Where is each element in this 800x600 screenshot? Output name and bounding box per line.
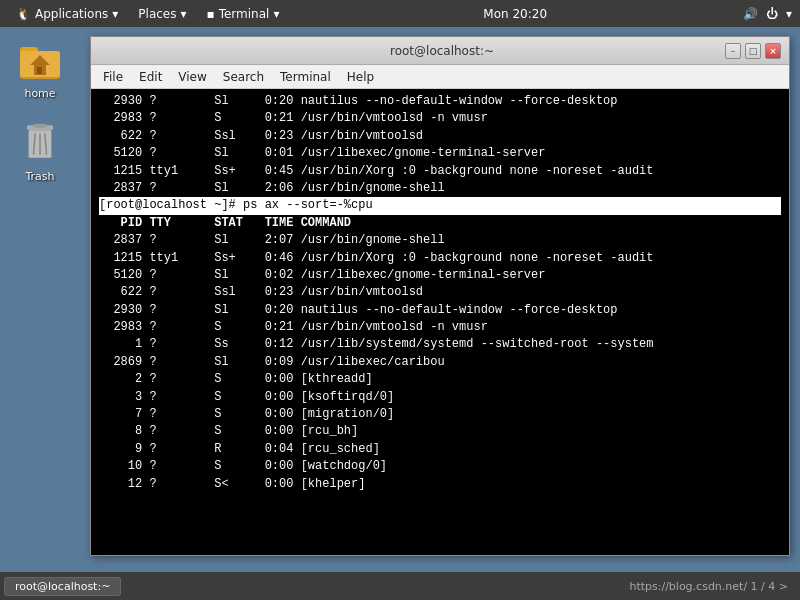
terminal-window: root@localhost:~ – □ × File Edit View Se…: [90, 36, 790, 556]
terminal-line: PID TTY STAT TIME COMMAND: [99, 215, 781, 232]
terminal-line: 622 ? Ssl 0:23 /usr/bin/vmtoolsd: [99, 128, 781, 145]
applications-label: Applications: [35, 7, 108, 21]
terminal-line: 1 ? Ss 0:12 /usr/lib/systemd/systemd --s…: [99, 336, 781, 353]
terminal-line: 9 ? R 0:04 [rcu_sched]: [99, 441, 781, 458]
top-panel: 🐧 Applications ▾ Places ▾ ▪ Terminal ▾ M…: [0, 0, 800, 27]
menu-terminal[interactable]: Terminal: [272, 68, 339, 86]
window-title: root@localhost:~: [159, 44, 725, 58]
window-controls: – □ ×: [725, 43, 781, 59]
distro-icon: 🐧: [16, 7, 31, 21]
close-button[interactable]: ×: [765, 43, 781, 59]
home-label: home: [24, 87, 55, 100]
terminal-icon: ▪: [207, 7, 215, 21]
terminal-line: 2837 ? Sl 2:07 /usr/bin/gnome-shell: [99, 232, 781, 249]
power-icon[interactable]: ⏻: [766, 7, 778, 21]
power-arrow-icon: ▾: [786, 7, 792, 21]
datetime-text: Mon 20:20: [483, 7, 547, 21]
menu-help[interactable]: Help: [339, 68, 382, 86]
taskbar-right-text: https://blog.csdn.net/ 1 / 4 >: [629, 580, 796, 593]
terminal-line: 1215 tty1 Ss+ 0:46 /usr/bin/Xorg :0 -bac…: [99, 250, 781, 267]
volume-icon[interactable]: 🔊: [743, 7, 758, 21]
terminal-line: [root@localhost ~]# ps ax --sort=-%cpu: [99, 197, 781, 214]
menu-view[interactable]: View: [170, 68, 214, 86]
terminal-line: 2930 ? Sl 0:20 nautilus --no-default-win…: [99, 93, 781, 110]
taskbar-terminal-label: root@localhost:~: [15, 580, 110, 593]
trash-icon[interactable]: Trash: [16, 120, 64, 183]
applications-arrow-icon: ▾: [112, 7, 118, 21]
menu-search[interactable]: Search: [215, 68, 272, 86]
taskbar-terminal[interactable]: root@localhost:~: [4, 577, 121, 596]
trash-label: Trash: [25, 170, 54, 183]
home-icon-image: [16, 37, 64, 85]
terminal-menu[interactable]: ▪ Terminal ▾: [199, 5, 288, 23]
terminal-line: 2983 ? S 0:21 /usr/bin/vmtoolsd -n vmusr: [99, 110, 781, 127]
terminal-line: 10 ? S 0:00 [watchdog/0]: [99, 458, 781, 475]
panel-left: 🐧 Applications ▾ Places ▾ ▪ Terminal ▾: [8, 5, 287, 23]
applications-menu[interactable]: 🐧 Applications ▾: [8, 5, 126, 23]
terminal-line: 622 ? Ssl 0:23 /usr/bin/vmtoolsd: [99, 284, 781, 301]
terminal-line: 5120 ? Sl 0:02 /usr/libexec/gnome-termin…: [99, 267, 781, 284]
menu-edit[interactable]: Edit: [131, 68, 170, 86]
terminal-line: 12 ? S< 0:00 [khelper]: [99, 476, 781, 493]
title-bar: root@localhost:~ – □ ×: [91, 37, 789, 65]
svg-rect-5: [37, 67, 42, 74]
terminal-line: 1215 tty1 Ss+ 0:45 /usr/bin/Xorg :0 -bac…: [99, 163, 781, 180]
places-label: Places: [138, 7, 176, 21]
trash-icon-image: [16, 120, 64, 168]
terminal-line: 3 ? S 0:00 [ksoftirqd/0]: [99, 389, 781, 406]
terminal-content[interactable]: 2930 ? Sl 0:20 nautilus --no-default-win…: [91, 89, 789, 555]
menu-file[interactable]: File: [95, 68, 131, 86]
desktop: home Trash: [0, 27, 80, 570]
terminal-arrow-icon: ▾: [273, 7, 279, 21]
terminal-line: 8 ? S 0:00 [rcu_bh]: [99, 423, 781, 440]
terminal-label: Terminal: [219, 7, 270, 21]
terminal-line: 5120 ? Sl 0:01 /usr/libexec/gnome-termin…: [99, 145, 781, 162]
terminal-line: 7 ? S 0:00 [migration/0]: [99, 406, 781, 423]
places-arrow-icon: ▾: [181, 7, 187, 21]
home-icon[interactable]: home: [16, 37, 64, 100]
terminal-line: 2837 ? Sl 2:06 /usr/bin/gnome-shell: [99, 180, 781, 197]
svg-rect-7: [33, 124, 46, 128]
taskbar-items: root@localhost:~: [4, 577, 121, 596]
terminal-line: 2869 ? Sl 0:09 /usr/libexec/caribou: [99, 354, 781, 371]
terminal-line: 2930 ? Sl 0:20 nautilus --no-default-win…: [99, 302, 781, 319]
minimize-button[interactable]: –: [725, 43, 741, 59]
menu-bar: File Edit View Search Terminal Help: [91, 65, 789, 89]
taskbar: root@localhost:~ https://blog.csdn.net/ …: [0, 572, 800, 600]
places-menu[interactable]: Places ▾: [130, 5, 194, 23]
terminal-line: 2983 ? S 0:21 /usr/bin/vmtoolsd -n vmusr: [99, 319, 781, 336]
panel-right: 🔊 ⏻ ▾: [743, 7, 792, 21]
panel-datetime: Mon 20:20: [483, 7, 547, 21]
restore-button[interactable]: □: [745, 43, 761, 59]
terminal-line: 2 ? S 0:00 [kthreadd]: [99, 371, 781, 388]
